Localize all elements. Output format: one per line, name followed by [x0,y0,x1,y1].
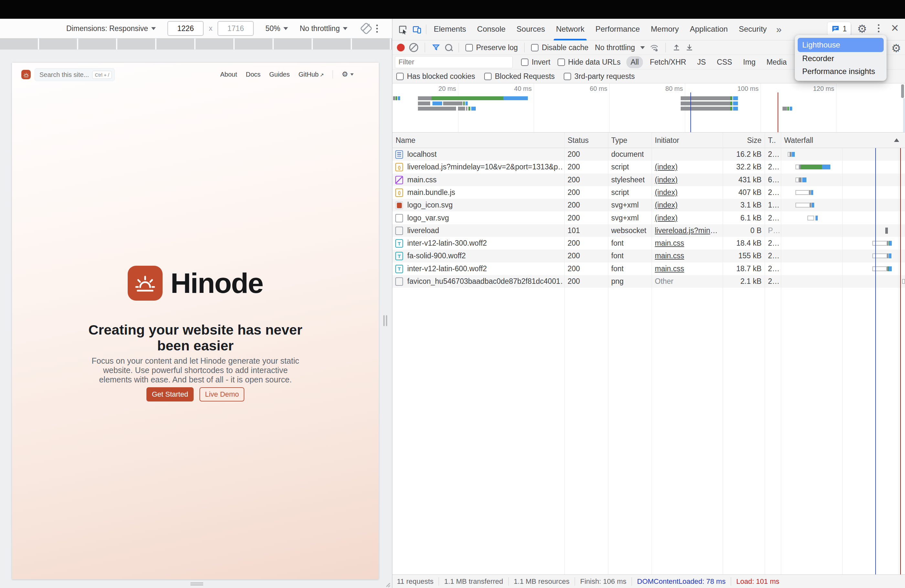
viewport-width-input[interactable] [167,21,204,36]
rotate-viewport-icon[interactable] [360,22,373,35]
toggle-device-toolbar-icon[interactable] [410,22,424,37]
request-initiator[interactable]: (index) [655,199,719,211]
live-demo-button[interactable]: Live Demo [199,387,245,402]
hide-data-urls-checkbox[interactable]: Hide data URLs [557,58,621,67]
column-divider[interactable] [608,132,608,574]
checkbox[interactable] [465,44,473,51]
site-search[interactable]: Ctrl + / [35,68,115,81]
filter-check-3rd-party-requests[interactable]: 3rd-party requests [564,72,635,81]
devtools-close-icon[interactable]: × [891,21,899,35]
overview-scrollbar-thumb[interactable] [901,84,904,98]
request-initiator[interactable]: main.css [655,237,719,250]
preserve-log-checkbox[interactable]: Preserve log [465,43,518,52]
network-settings-gear-icon[interactable]: ⚙ [891,43,901,54]
checkbox[interactable] [531,44,538,51]
viewport-resize-handle-right[interactable] [383,315,387,326]
table-row[interactable]: localhost200document16.2 kB2… [392,148,905,161]
tab-security[interactable]: Security [734,19,773,40]
import-har-icon[interactable] [672,43,681,52]
get-started-button[interactable]: Get Started [146,387,194,402]
filter-pill-fetch-xhr[interactable]: Fetch/XHR [645,56,690,68]
device-toolbar-more-icon[interactable] [376,25,378,33]
viewport-resize-handle-bottom[interactable] [191,583,203,585]
clear-network-log-icon[interactable] [409,43,418,52]
zoom-dropdown[interactable]: 50% [265,24,288,33]
menu-item-performance-insights[interactable]: Performance insights [798,65,884,78]
request-initiator[interactable]: main.css [655,262,719,275]
tab-sources[interactable]: Sources [511,19,551,40]
filter-pill-all[interactable]: All [626,56,643,68]
request-initiator[interactable]: (index) [655,173,719,186]
table-row[interactable]: Tinter-v12-latin-600.woff2200fontmain.cs… [392,262,905,275]
filter-funnel-icon[interactable] [432,43,441,52]
table-row[interactable]: Tfa-solid-900.woff2200fontmain.css155 kB… [392,250,905,262]
nav-link-github[interactable]: GitHub↗ [298,71,324,78]
network-overview-timeline[interactable]: 20 ms40 ms60 ms80 ms100 ms120 ms [392,83,905,132]
invert-filter-checkbox[interactable]: Invert [521,58,551,67]
inspect-element-icon[interactable] [395,22,410,37]
nav-link-docs[interactable]: Docs [246,71,260,78]
column-header-waterfall[interactable]: Waterfall [784,132,813,148]
disable-cache-checkbox[interactable]: Disable cache [531,43,588,52]
checkbox[interactable] [521,59,529,66]
table-row[interactable]: main.css200stylesheet(index)431 kB6… [392,173,905,186]
network-throttling-dropdown[interactable]: No throttling [595,43,645,52]
tab-performance[interactable]: Performance [590,19,645,40]
request-initiator[interactable]: (index) [655,161,719,173]
viewport-height-input[interactable] [218,21,254,36]
checkbox[interactable] [484,73,492,80]
site-search-input[interactable] [35,71,92,79]
column-header-initiator[interactable]: Initiator [655,132,679,148]
column-divider[interactable] [765,132,765,574]
nav-link-guides[interactable]: Guides [269,71,290,78]
tab-memory[interactable]: Memory [645,19,684,40]
table-row[interactable]: favicon_hu546703baadbac0de87b2f81dc4001…… [392,275,905,288]
network-conditions-icon[interactable] [649,43,659,52]
issues-counter-button[interactable]: 1 [827,22,851,36]
filter-pill-img[interactable]: Img [739,56,760,68]
column-header-status[interactable]: Status [568,132,589,148]
tab-elements[interactable]: Elements [428,19,472,40]
filter-check-blocked-requests[interactable]: Blocked Requests [484,72,555,81]
table-row[interactable]: Tinter-v12-latin-300.woff2200fontmain.cs… [392,237,905,250]
column-header-size[interactable]: Size [723,132,762,148]
table-row[interactable]: logo_var.svg200svg+xml(index)6.1 kB2… [392,212,905,224]
viewport-resize-handle-corner[interactable] [385,582,391,588]
table-row[interactable]: {}main.bundle.js200script(index)407 kB2… [392,186,905,199]
filter-check-has-blocked-cookies[interactable]: Has blocked cookies [396,72,475,81]
column-divider[interactable] [564,132,565,574]
device-throttling-dropdown[interactable]: No throttling [300,24,348,33]
filter-pill-js[interactable]: JS [693,56,710,68]
menu-item-recorder[interactable]: Recorder [798,52,884,65]
column-header-t[interactable]: T.. [768,132,776,148]
tab-network[interactable]: Network [551,19,590,40]
column-header-type[interactable]: Type [611,132,627,148]
dimensions-dropdown[interactable]: Dimensions: Responsive [66,24,156,33]
sort-ascending-icon[interactable] [894,138,899,142]
table-row[interactable]: livereload101websocketlivereload.js?mind… [392,224,905,237]
network-filter-input[interactable] [395,56,513,68]
checkbox[interactable] [564,73,571,80]
checkbox[interactable] [557,59,565,66]
search-icon[interactable] [445,44,452,51]
export-har-icon[interactable] [685,43,694,52]
table-row[interactable]: logo_icon.svg200svg+xml(index)3.1 kB1… [392,199,905,211]
request-initiator[interactable]: livereload.js?mind… [655,224,719,237]
table-row[interactable]: {}livereload.js?mindelay=10&v=2&port=131… [392,161,905,173]
request-initiator[interactable]: (index) [655,186,719,199]
checkbox[interactable] [396,73,404,80]
menu-item-lighthouse[interactable]: Lighthouse [798,38,884,52]
column-header-name[interactable]: Name [395,132,415,148]
record-network-log-icon[interactable] [397,44,405,51]
filter-pill-media[interactable]: Media [762,56,791,68]
devtools-more-options-icon[interactable] [878,24,880,32]
site-logo[interactable] [21,70,31,79]
tab-console[interactable]: Console [472,19,511,40]
tab-application[interactable]: Application [684,19,733,40]
request-initiator[interactable]: (index) [655,212,719,224]
more-tabs-button[interactable]: » [772,24,786,35]
request-initiator[interactable]: main.css [655,250,719,262]
site-theme-menu[interactable]: ⚙ [341,70,354,79]
filter-pill-css[interactable]: CSS [713,56,736,68]
devtools-settings-gear-icon[interactable]: ⚙ [857,23,867,34]
